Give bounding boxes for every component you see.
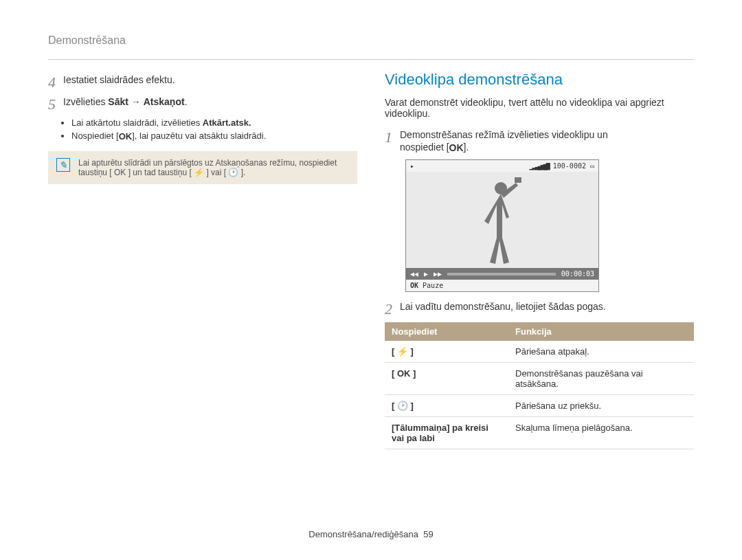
table-row: [ ⚡ ] Pāriešana atpakaļ. — [385, 341, 694, 363]
section-title: Videoklipa demonstrēšana — [385, 71, 694, 89]
t: nospiediet [ — [400, 142, 449, 153]
progress-bar — [447, 273, 556, 276]
cell-key: [ ⚡ ] — [385, 341, 508, 363]
play-icon: ▸ — [410, 162, 414, 170]
note-text: Lai apturētu slīdrādi un pārslēgtos uz A… — [78, 158, 349, 177]
t: Izvēlieties — [63, 96, 108, 107]
intro-text: Varat demonstrēt videoklipu, tvert attēl… — [385, 97, 694, 119]
step-text: Lai vadītu demonstrēšanu, lietojiet šāda… — [400, 300, 606, 313]
left-column: 4 Iestatiet slaidrādes efektu. 5 Izvēlie… — [48, 71, 357, 524]
list-item: Lai atkārtotu slaidrādi, izvēlieties Atk… — [71, 117, 357, 128]
t: . — [185, 96, 188, 107]
timecode: 00:00:03 — [561, 270, 594, 278]
function-table: Nospiediet Funkcija [ ⚡ ] Pāriešana atpa… — [385, 322, 694, 449]
forward-icon: ▶▶ — [434, 270, 442, 278]
step-number: 4 — [48, 74, 63, 90]
t: ], lai pauzētu vai atsāktu slaidrādi. — [132, 131, 266, 141]
right-column: Videoklipa demonstrēšana Varat demonstrē… — [385, 71, 694, 524]
t: Nospiediet [ — [71, 131, 119, 141]
footer-text: Demonstrēšana/rediģēšana — [308, 529, 418, 539]
table-row: [ 🕑 ] Pāriešana uz priekšu. — [385, 395, 694, 417]
file-counter: ▁▂▃▄▅▆▇ 100-0002 ▭ — [530, 162, 594, 170]
svg-rect-1 — [515, 177, 521, 183]
ok-label: OK — [410, 282, 418, 289]
play-icon: ▶ — [424, 270, 428, 278]
cell-val: Demonstrēšanas pauzēšana vai atsākšana. — [508, 363, 694, 395]
note-box: ✎ Lai apturētu slīdrādi un pārslēgtos uz… — [48, 151, 357, 184]
step-text: Iestatiet slaidrādes efektu. — [63, 74, 175, 86]
list-item: Nospiediet [OK], lai pauzētu vai atsāktu… — [71, 131, 357, 142]
t-bold: Atskaņot — [144, 96, 185, 107]
ok-icon: OK — [449, 142, 464, 154]
bullet-list: Lai atkārtotu slaidrādi, izvēlieties Atk… — [71, 117, 357, 142]
cell-val: Skaļuma līmeņa pielāgošana. — [508, 417, 694, 449]
step-number: 5 — [48, 96, 63, 112]
t-bold: Sākt — [108, 96, 128, 107]
t-bold: Atkārt.atsk. — [203, 117, 251, 128]
page-footer: Demonstrēšana/rediģēšana 59 — [48, 524, 694, 539]
t: Lai atkārtotu slaidrādi, izvēlieties — [71, 117, 203, 128]
cell-key: [Tālummaiņa] pa kreisi vai pa labi — [385, 417, 508, 449]
step-4: 4 Iestatiet slaidrādes efektu. — [48, 74, 357, 90]
pause-label: Pauze — [423, 282, 443, 289]
step-2: 2 Lai vadītu demonstrēšanu, lietojiet šā… — [385, 300, 694, 317]
step-number: 1 — [385, 128, 400, 145]
divider — [48, 59, 694, 60]
cell-val: Pāriešana uz priekšu. — [508, 395, 694, 417]
cell-key: [ OK ] — [385, 363, 508, 395]
silhouette-figure — [468, 176, 537, 265]
step-5: 5 Izvēlieties Sākt → Atskaņot. — [48, 96, 357, 112]
rewind-icon: ◀◀ — [410, 270, 418, 278]
ok-icon: OK — [119, 131, 133, 142]
t: ]. — [464, 142, 469, 153]
step-text: Izvēlieties Sākt → Atskaņot. — [63, 96, 188, 108]
table-row: [ OK ] Demonstrēšanas pauzēšana vai atsā… — [385, 363, 694, 395]
cell-val: Pāriešana atpakaļ. — [508, 341, 694, 363]
step-number: 2 — [385, 300, 400, 317]
t: → — [128, 96, 144, 107]
th-press: Nospiediet — [385, 322, 508, 341]
breadcrumb: Demonstrēšana — [48, 34, 694, 47]
th-function: Funkcija — [508, 322, 694, 341]
page-number: 59 — [423, 529, 433, 539]
cell-key: [ 🕑 ] — [385, 395, 508, 417]
video-preview: ▸ ▁▂▃▄▅▆▇ 100-0002 ▭ — [405, 159, 599, 292]
t: Demonstrēšanas režīmā izvēlieties videok… — [400, 129, 608, 140]
step-1: 1 Demonstrēšanas režīmā izvēlieties vide… — [385, 128, 694, 154]
note-icon: ✎ — [56, 158, 70, 172]
step-text: Demonstrēšanas režīmā izvēlieties videok… — [400, 128, 608, 154]
table-row: [Tālummaiņa] pa kreisi vai pa labi Skaļu… — [385, 417, 694, 449]
